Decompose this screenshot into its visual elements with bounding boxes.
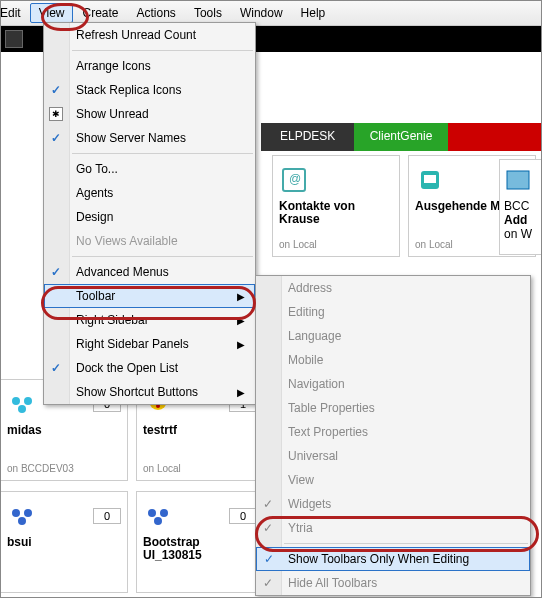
menuitem-right-sidebar-panels[interactable]: Right Sidebar Panels▶: [44, 332, 255, 356]
menuitem-stack-replica[interactable]: ✓Stack Replica Icons: [44, 78, 255, 102]
svg-point-5: [24, 397, 32, 405]
menuitem-no-views: No Views Available: [44, 229, 255, 253]
tile-location: on Local: [143, 463, 257, 474]
tab-extra[interactable]: [448, 123, 541, 151]
chevron-right-icon: ▶: [237, 387, 245, 398]
menu-actions[interactable]: Actions: [128, 3, 185, 23]
chevron-right-icon: ▶: [237, 291, 245, 302]
check-icon: ✓: [263, 576, 273, 590]
submenu-text-properties[interactable]: Text Properties: [256, 420, 530, 444]
book-icon: [504, 166, 534, 196]
chevron-right-icon: ▶: [237, 315, 245, 326]
menuitem-dock-open-list[interactable]: ✓Dock the Open List: [44, 356, 255, 380]
menu-help[interactable]: Help: [292, 3, 335, 23]
menuitem-show-unread[interactable]: ✱Show Unread: [44, 102, 255, 126]
people-icon: [7, 501, 37, 531]
submenu-navigation[interactable]: Navigation: [256, 372, 530, 396]
submenu-universal[interactable]: Universal: [256, 444, 530, 468]
check-icon: ✓: [263, 497, 273, 511]
menu-create[interactable]: Create: [73, 3, 127, 23]
menu-edit[interactable]: Edit: [0, 3, 30, 23]
people-icon: [143, 501, 173, 531]
submenu-widgets[interactable]: ✓Widgets: [256, 492, 530, 516]
submenu-show-only-editing[interactable]: ✓Show Toolbars Only When Editing: [256, 547, 530, 571]
menu-view[interactable]: View: [30, 3, 74, 23]
menuitem-right-sidebar[interactable]: Right Sidebar▶: [44, 308, 255, 332]
svg-point-12: [24, 509, 32, 517]
tile-title: Kontakte von Krause: [279, 200, 393, 226]
check-icon: ✓: [51, 361, 61, 375]
svg-point-6: [18, 405, 26, 413]
people-icon: [7, 389, 37, 419]
tile-title: bsui: [7, 536, 121, 549]
menuitem-arrange-icons[interactable]: Arrange Icons: [44, 54, 255, 78]
menuitem-toolbar[interactable]: Toolbar▶: [44, 284, 255, 308]
menu-tools[interactable]: Tools: [185, 3, 231, 23]
menu-window[interactable]: Window: [231, 3, 292, 23]
addressbook-icon: @: [279, 165, 309, 195]
check-icon: ✓: [51, 131, 61, 145]
tile-count: 0: [93, 508, 121, 524]
tile-title: Bootstrap UI_130815: [143, 536, 257, 562]
tile-title: testrtf: [143, 424, 257, 437]
tab-helpdesk[interactable]: ELPDESK: [261, 123, 354, 151]
svg-rect-17: [507, 171, 529, 189]
svg-text:@: @: [289, 172, 301, 186]
tab-strip: ELPDESK ClientGenie: [261, 123, 541, 151]
submenu-view[interactable]: View: [256, 468, 530, 492]
chevron-right-icon: ▶: [237, 339, 245, 350]
menuitem-goto[interactable]: Go To...: [44, 157, 255, 181]
svg-point-13: [18, 517, 26, 525]
submenu-ytria[interactable]: ✓Ytria: [256, 516, 530, 540]
unread-indicator-icon: ✱: [49, 107, 63, 121]
tile-bsui[interactable]: 0 bsui: [0, 491, 128, 593]
tile-bootstrap[interactable]: 0 Bootstrap UI_130815: [136, 491, 264, 593]
tile-count: 0: [229, 508, 257, 524]
menuitem-advanced-menus[interactable]: ✓Advanced Menus: [44, 260, 255, 284]
menuitem-shortcut-buttons[interactable]: Show Shortcut Buttons▶: [44, 380, 255, 404]
tile-title: BCC: [504, 199, 537, 213]
submenu-language[interactable]: Language: [256, 324, 530, 348]
tile-sub: Add: [504, 213, 537, 227]
tile-bcc-add[interactable]: BCC Add on W: [499, 159, 541, 255]
svg-point-16: [154, 517, 162, 525]
tile-kontakte[interactable]: @ Kontakte von Krause on Local: [272, 155, 400, 257]
menuitem-refresh-unread[interactable]: Refresh Unread Count: [44, 23, 255, 47]
check-icon: ✓: [51, 265, 61, 279]
submenu-address[interactable]: Address: [256, 276, 530, 300]
toolbar-submenu: Address Editing Language Mobile Navigati…: [255, 275, 531, 596]
menuitem-show-server-names[interactable]: ✓Show Server Names: [44, 126, 255, 150]
submenu-editing[interactable]: Editing: [256, 300, 530, 324]
submenu-hide-all[interactable]: ✓Hide All Toolbars: [256, 571, 530, 595]
svg-point-15: [160, 509, 168, 517]
check-icon: ✓: [263, 521, 273, 535]
check-icon: ✓: [51, 83, 61, 97]
tile-location: on BCCDEV03: [7, 463, 121, 474]
menuitem-design[interactable]: Design: [44, 205, 255, 229]
menuitem-agents[interactable]: Agents: [44, 181, 255, 205]
tab-clientgenie[interactable]: ClientGenie: [354, 123, 447, 151]
svg-rect-3: [424, 175, 436, 183]
view-dropdown: Refresh Unread Count Arrange Icons ✓Stac…: [43, 22, 256, 405]
svg-point-14: [148, 509, 156, 517]
mailbox-icon: [415, 165, 445, 195]
check-icon: ✓: [264, 552, 274, 566]
svg-point-4: [12, 397, 20, 405]
tile-location: on W: [504, 227, 537, 241]
tile-title: midas: [7, 424, 121, 437]
svg-point-11: [12, 509, 20, 517]
submenu-table-properties[interactable]: Table Properties: [256, 396, 530, 420]
tile-location: on Local: [279, 239, 393, 250]
submenu-mobile[interactable]: Mobile: [256, 348, 530, 372]
